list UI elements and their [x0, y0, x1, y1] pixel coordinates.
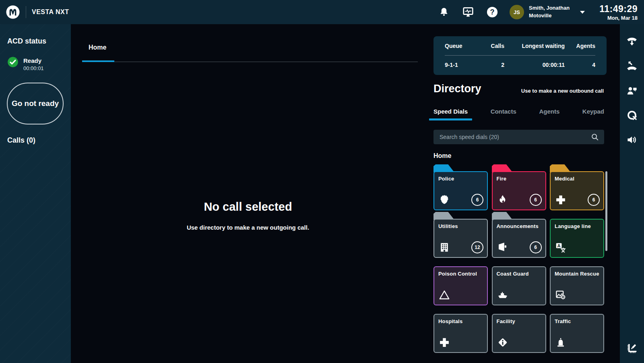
svg-text:A: A — [557, 243, 561, 248]
boat-icon — [497, 289, 509, 301]
tile-mountain-rescue[interactable]: Mountain Rescue — [550, 266, 604, 305]
queue-status-panel: Queue Calls Longest waiting Agents 9-1-1… — [433, 36, 607, 75]
monitor-off-button[interactable] — [626, 109, 638, 121]
speed-dial-grid: Police 6 Fire 6 Medical — [433, 164, 604, 353]
avatar: JS — [510, 5, 524, 19]
release-call-button[interactable] — [626, 60, 638, 72]
directory-scrollbar[interactable] — [605, 171, 607, 251]
folder-police: Police 6 — [433, 164, 488, 210]
cell-hospitals: Hospitals — [433, 307, 488, 353]
empty-state-title: No call selected — [71, 200, 425, 214]
count-badge: 12 — [471, 241, 483, 253]
folder-fire: Fire 6 — [492, 164, 546, 210]
user-name: Smith, Jonathan Motoville — [529, 4, 570, 20]
help-button[interactable]: ? — [485, 5, 499, 19]
queue-longest-waiting-value: 00:00:11 — [504, 62, 565, 68]
tab-speed-dials[interactable]: Speed Dials — [433, 108, 468, 120]
tile-police[interactable]: Police 6 — [433, 171, 488, 210]
cell-coast-guard: Coast Guard — [492, 259, 546, 305]
chevron-down-icon — [580, 11, 585, 14]
translate-icon: A — [555, 241, 567, 253]
notifications-button[interactable] — [437, 5, 451, 19]
megaphone-icon — [497, 241, 509, 253]
answer-call-button[interactable] — [626, 35, 638, 48]
acd-state-timer: 00:00:01 — [23, 65, 44, 71]
agent-chat-icon — [626, 85, 638, 97]
speed-dial-search — [433, 130, 604, 144]
tile-traffic[interactable]: Traffic — [550, 314, 604, 353]
tile-hospitals[interactable]: Hospitals — [433, 314, 488, 353]
no-call-empty-state: No call selected Use directory to make a… — [71, 200, 425, 231]
tile-language-line[interactable]: Language line A — [550, 219, 604, 258]
tile-medical[interactable]: Medical 6 — [550, 171, 604, 210]
cell-facility: Facility — [492, 307, 546, 353]
tile-utilities[interactable]: Utilities 12 — [433, 219, 488, 258]
user-menu[interactable]: JS Smith, Jonathan Motoville — [510, 4, 585, 20]
volume-button[interactable] — [626, 134, 638, 146]
count-badge: 6 — [471, 194, 483, 206]
search-input[interactable] — [433, 130, 604, 144]
agent-chat-button[interactable] — [626, 85, 638, 97]
cell-traffic: Traffic — [550, 307, 604, 353]
clock-time: 11:49:29 — [599, 4, 638, 15]
cell-mountain-rescue: Mountain Rescue — [550, 259, 604, 305]
warning-triangle-icon — [438, 289, 450, 301]
folder-utilities: Utilities 12 — [433, 212, 488, 258]
tab-home-active-indicator — [82, 60, 114, 62]
tab-home[interactable]: Home — [89, 44, 106, 51]
brand-divider — [26, 6, 26, 18]
tab-keypad[interactable]: Keypad — [582, 108, 604, 120]
system-monitor-icon — [462, 6, 474, 18]
tile-coast-guard[interactable]: Coast Guard — [492, 266, 546, 305]
volume-icon — [626, 134, 638, 146]
motorola-logo — [6, 5, 20, 19]
go-not-ready-button[interactable]: Go not ready — [7, 83, 64, 124]
tile-poison-control[interactable]: Poison Control — [433, 266, 488, 305]
system-health-button[interactable] — [461, 5, 475, 19]
tab-contacts[interactable]: Contacts — [491, 108, 516, 120]
help-icon: ? — [486, 6, 498, 18]
building-icon — [438, 241, 450, 253]
release-call-icon — [626, 60, 638, 72]
count-badge: 6 — [588, 194, 600, 206]
queue-table-row: 9-1-1 2 00:00:11 4 — [445, 56, 595, 74]
queue-agents-value: 4 — [565, 62, 595, 68]
queue-calls-value: 2 — [473, 62, 504, 68]
map-marker-icon — [555, 289, 567, 301]
acd-state: Ready 00:00:01 — [7, 56, 44, 71]
calls-header: Calls (0) — [7, 136, 35, 145]
queue-col-longest: Longest waiting — [504, 43, 565, 49]
count-badge: 6 — [530, 194, 542, 206]
bell-icon — [439, 7, 449, 17]
acd-status-title: ACD status — [7, 37, 46, 46]
clock-date: Mon, Mar 18 — [599, 15, 638, 21]
tile-facility[interactable]: Facility — [492, 314, 546, 353]
beacon-icon — [555, 336, 567, 348]
folder-medical: Medical 6 — [550, 164, 604, 210]
layout-edit-button[interactable] — [626, 342, 638, 354]
medical-cross-icon — [438, 336, 450, 348]
cell-language-line: Language line A — [550, 212, 604, 258]
tile-announcements[interactable]: Announcements 6 — [492, 219, 546, 258]
svg-text:?: ? — [490, 8, 495, 16]
directory-section-label: Home — [433, 152, 451, 160]
app-title: VESTA NXT — [32, 8, 69, 16]
cell-poison-control: Poison Control — [433, 259, 488, 305]
police-badge-icon — [438, 194, 450, 206]
queue-col-calls: Calls — [473, 43, 504, 49]
queue-col-queue: Queue — [445, 43, 473, 49]
call-control-toolbar — [620, 24, 644, 363]
layout-edit-icon — [626, 342, 638, 354]
acd-sidebar: ACD status Ready 00:00:01 Go not ready C… — [0, 24, 71, 363]
tab-agents[interactable]: Agents — [539, 108, 559, 120]
queue-table-header: Queue Calls Longest waiting Agents — [445, 36, 595, 55]
monitor-off-icon — [626, 109, 638, 121]
clock: 11:49:29 Mon, Mar 18 — [599, 4, 638, 21]
acd-state-label: Ready — [23, 57, 44, 64]
ready-check-icon — [7, 56, 19, 68]
queue-col-agents: Agents — [565, 43, 595, 49]
tile-fire[interactable]: Fire 6 — [492, 171, 546, 210]
search-icon[interactable] — [590, 133, 599, 141]
directory-tabs: Speed Dials Contacts Agents Keypad — [433, 108, 604, 120]
empty-state-hint: Use directory to make a new outgoing cal… — [71, 224, 425, 231]
